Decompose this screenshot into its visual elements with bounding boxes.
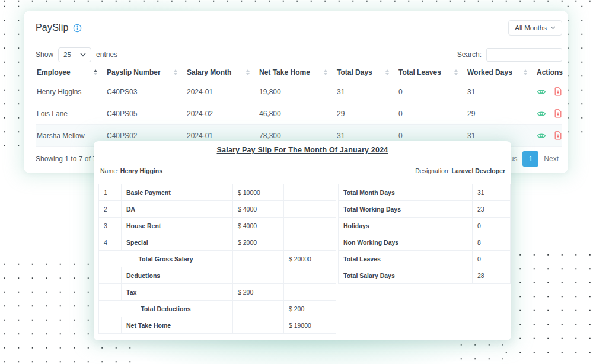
payslip-detail-modal: Salary Pay Slip For The Month Of January… [94, 141, 511, 340]
column-header-payslip-number[interactable]: Payslip Number [106, 64, 186, 81]
employee-designation: Designation: Laravel Developer [415, 167, 505, 174]
cell-employee: Lois Lane [36, 103, 106, 124]
eye-icon [537, 109, 546, 119]
cell-total-leaves: 0 [397, 81, 466, 103]
sort-icon [246, 69, 250, 75]
cell-payslip-number: C40PS05 [106, 103, 186, 124]
cell-payslip-number: C40PS03 [106, 81, 186, 103]
file-download-icon [554, 131, 562, 140]
download-pdf-button[interactable] [554, 109, 562, 118]
download-pdf-button[interactable] [554, 87, 562, 96]
earning-row: 4 Special $ 2000 [99, 234, 336, 251]
cell-salary-month: 2024-02 [186, 103, 258, 124]
summary-row: Holidays 0 [339, 218, 511, 234]
entries-label: entries [96, 50, 117, 59]
net-take-home-row: Net Take Home $ 19800 [99, 317, 336, 334]
cell-total-days: 31 [336, 81, 397, 103]
deductions-header-row: Deductions [99, 267, 336, 284]
payslip-table: Employee Payslip Number Salary Month Net… [36, 64, 562, 147]
chevron-down-icon [550, 26, 556, 30]
earnings-table: 1 Basic Payment $ 10000 2 DA $ 4000 3 Ho… [98, 184, 336, 334]
modal-meta-row: Name: Henry Higgins Designation: Laravel… [100, 167, 505, 174]
info-icon[interactable] [73, 24, 82, 33]
page-title: PaySlip [36, 23, 69, 33]
eye-icon [537, 87, 546, 97]
sort-icon [94, 69, 97, 75]
earning-row: 1 Basic Payment $ 10000 [99, 184, 336, 201]
cell-worked-days: 31 [466, 81, 535, 103]
file-download-icon [554, 87, 562, 96]
sort-icon [324, 69, 327, 75]
file-download-icon [554, 109, 562, 118]
total-deductions-row: Total Deductions $ 200 [99, 301, 336, 317]
eye-icon [537, 131, 546, 141]
earning-row: 3 House Rent $ 4000 [99, 218, 336, 234]
dot-grid-pattern [457, 344, 503, 364]
sort-icon [454, 69, 458, 75]
column-header-total-days[interactable]: Total Days [336, 64, 397, 81]
column-header-employee[interactable]: Employee [36, 64, 106, 81]
gross-salary-row: Total Gross Salary $ 20000 [99, 251, 336, 267]
sort-icon [174, 69, 177, 75]
pagination-next[interactable]: Next [544, 155, 559, 163]
modal-title: Salary Pay Slip For The Month Of January… [94, 146, 511, 154]
column-header-worked-days[interactable]: Worked Days [466, 64, 535, 81]
entries-select-value: 25 [63, 51, 71, 58]
sort-icon [524, 69, 527, 75]
column-header-actions: Actions [535, 64, 562, 81]
view-payslip-button[interactable] [537, 131, 546, 141]
cell-worked-days: 29 [466, 103, 535, 124]
column-header-salary-month[interactable]: Salary Month [186, 64, 258, 81]
cell-salary-month: 2024-01 [186, 81, 258, 103]
earning-row: 2 DA $ 4000 [99, 201, 336, 218]
entries-per-page-select[interactable]: 25 [58, 47, 91, 62]
cell-total-days: 29 [336, 103, 397, 124]
view-payslip-button[interactable] [537, 87, 546, 97]
summary-row: Total Month Days 31 [339, 184, 511, 201]
panel-header: PaySlip All Months [36, 18, 562, 37]
chevron-down-icon [80, 53, 86, 57]
table-row: Lois Lane C40PS05 2024-02 46,800 29 0 29 [36, 103, 562, 124]
cell-net-take-home: 46,800 [258, 103, 336, 124]
pagination-page-1[interactable]: 1 [522, 151, 538, 167]
sort-icon [385, 69, 389, 75]
table-header-row: Employee Payslip Number Salary Month Net… [36, 64, 562, 81]
summary-row: Total Working Days 23 [339, 201, 511, 218]
months-filter-dropdown[interactable]: All Months [508, 20, 562, 36]
search-input[interactable] [486, 48, 562, 62]
summary-row: Non Working Days 8 [339, 234, 511, 251]
cell-total-leaves: 0 [397, 103, 466, 124]
summary-row: Total Salary Days 28 [339, 267, 511, 284]
days-summary-table: Total Month Days 31 Total Working Days 2… [338, 184, 511, 284]
download-pdf-button[interactable] [554, 131, 562, 140]
months-filter-value: All Months [515, 24, 547, 31]
table-controls: Show 25 entries Search: [36, 47, 562, 62]
cell-net-take-home: 19,800 [258, 81, 336, 103]
column-header-net-take-home[interactable]: Net Take Home [258, 64, 336, 81]
deduction-row: Tax $ 200 [99, 284, 336, 301]
dot-grid-pattern [502, 254, 593, 364]
cell-employee: Henry Higgins [36, 81, 106, 103]
view-payslip-button[interactable] [537, 109, 546, 119]
show-label: Show [36, 50, 53, 59]
employee-name: Name: Henry Higgins [100, 167, 162, 174]
dot-grid-pattern [0, 0, 593, 5]
summary-row: Total Leaves 0 [339, 251, 511, 267]
search-label: Search: [457, 50, 482, 59]
column-header-total-leaves[interactable]: Total Leaves [397, 64, 466, 81]
table-row: Henry Higgins C40PS03 2024-01 19,800 31 … [36, 81, 562, 103]
